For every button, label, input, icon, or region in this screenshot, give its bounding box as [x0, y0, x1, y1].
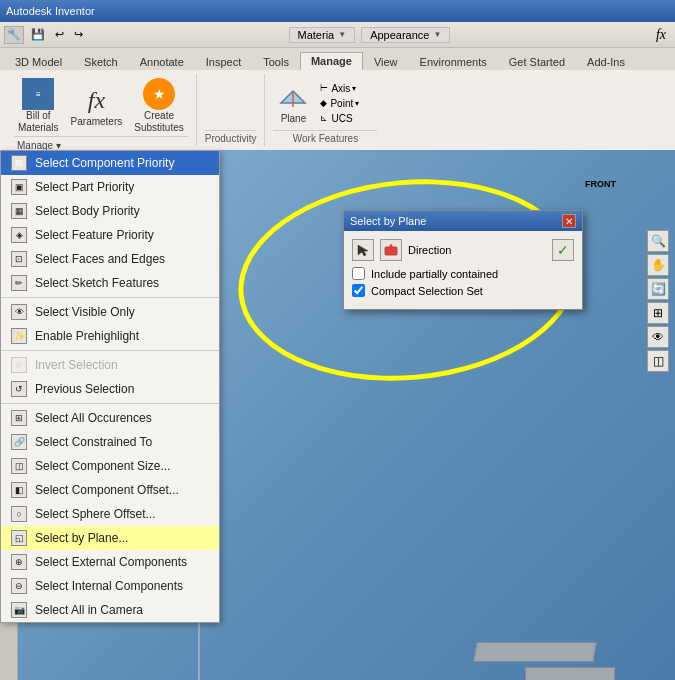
dialog-cursor-button[interactable]: [352, 239, 374, 261]
tab-manage[interactable]: Manage: [300, 52, 363, 70]
select-comp-size-icon: ◫: [9, 456, 29, 476]
select-by-plane-icon: ◱: [9, 528, 29, 548]
tab-inspect[interactable]: Inspect: [195, 53, 252, 70]
bom-label: Bill ofMaterials: [18, 110, 59, 134]
tab-environments[interactable]: Environments: [409, 53, 498, 70]
svg-marker-5: [389, 244, 393, 247]
select-body-icon: ▦: [9, 201, 29, 221]
axis-button[interactable]: ⊢ Axis ▾: [317, 82, 377, 95]
dialog-plane-button[interactable]: [380, 239, 402, 261]
qat-save[interactable]: 💾: [26, 26, 50, 43]
ucs-button[interactable]: ⊾ UCS: [317, 112, 377, 125]
menu-label-select-sphere: Select Sphere Offset...: [35, 507, 156, 521]
ribbon-content: ≡ Bill ofMaterials fx Parameters ★ Creat…: [0, 70, 675, 150]
viewcube[interactable]: FRONT: [585, 160, 645, 220]
menu-item-select-faces[interactable]: ⊡ Select Faces and Edges: [1, 247, 219, 271]
select-comp-offset-icon: ◧: [9, 480, 29, 500]
invert-icon: ⊝: [9, 355, 29, 375]
menu-label-select-all-camera: Select All in Camera: [35, 603, 143, 617]
menu-item-select-by-plane[interactable]: ◱ Select by Plane...: [1, 526, 219, 550]
ribbon-top: 🔧 💾 ↩ ↪ Materia ▼ Appearance ▼ fx: [0, 22, 675, 48]
fx-icon: fx: [80, 84, 112, 116]
fx-button[interactable]: fx: [651, 25, 671, 45]
tab-add-ins[interactable]: Add-Ins: [576, 53, 636, 70]
select-sketch-icon: ✏: [9, 273, 29, 293]
tab-tools[interactable]: Tools: [252, 53, 300, 70]
fit-button[interactable]: ⊞: [647, 302, 669, 324]
app-dropdown-label: Materia: [298, 29, 335, 41]
menu-item-previous-selection[interactable]: ↺ Previous Selection: [1, 377, 219, 401]
menu-item-select-sketch[interactable]: ✏ Select Sketch Features: [1, 271, 219, 295]
menu-label-select-internal: Select Internal Components: [35, 579, 183, 593]
divider-1: [1, 297, 219, 298]
menu-item-select-feature[interactable]: ◈ Select Feature Priority: [1, 223, 219, 247]
main-area: 3D R Co ⊞ Select Component Priority ▣ Se…: [0, 150, 675, 680]
plane-label: Plane: [281, 113, 307, 125]
title-bar: Autodesk Inventor: [0, 0, 675, 22]
include-partial-checkbox[interactable]: [352, 267, 365, 280]
dialog-confirm-button[interactable]: ✓: [552, 239, 574, 261]
menu-label-select-part: Select Part Priority: [35, 180, 134, 194]
ribbon-group-workfeatures: Plane ⊢ Axis ▾ ◆ Point ▾ ⊾ UCS: [265, 74, 385, 146]
app-name: Autodesk Inventor: [6, 5, 95, 17]
menu-item-select-body[interactable]: ▦ Select Body Priority: [1, 199, 219, 223]
parameters-button[interactable]: fx Parameters: [67, 82, 127, 130]
tab-annotate[interactable]: Annotate: [129, 53, 195, 70]
right-toolbar: 🔍 ✋ 🔄 ⊞ 👁 ◫: [647, 230, 669, 372]
create-sub-icon: ★: [143, 78, 175, 110]
menu-label-select-external: Select External Components: [35, 555, 187, 569]
compact-selection-checkbox[interactable]: [352, 284, 365, 297]
menu-item-select-constrained[interactable]: 🔗 Select Constrained To: [1, 430, 219, 454]
pan-button[interactable]: ✋: [647, 254, 669, 276]
create-sub-label: CreateSubstitutes: [134, 110, 183, 134]
menu-label-select-all-occ: Select All Occurences: [35, 411, 152, 425]
point-button[interactable]: ◆ Point ▾: [317, 97, 377, 110]
plane-icon: [277, 81, 309, 113]
menu-label-select-component-offset: Select Component Offset...: [35, 483, 179, 497]
view-button[interactable]: 👁: [647, 326, 669, 348]
menu-item-select-component-size[interactable]: ◫ Select Component Size...: [1, 454, 219, 478]
menu-label-select-component: Select Component Priority: [35, 156, 174, 170]
divider-3: [1, 403, 219, 404]
tab-sketch[interactable]: Sketch: [73, 53, 129, 70]
tab-view[interactable]: View: [363, 53, 409, 70]
menu-item-enable-prehighlight[interactable]: ✨ Enable Prehighlight: [1, 324, 219, 348]
ribbon-group-productivity: Productivity: [197, 74, 266, 146]
geo-shape-2: [525, 667, 615, 680]
menu-item-select-visible[interactable]: 👁 Select Visible Only: [1, 300, 219, 324]
menu-item-select-sphere-offset[interactable]: ○ Select Sphere Offset...: [1, 502, 219, 526]
plane-button[interactable]: Plane: [273, 79, 313, 127]
section-button[interactable]: ◫: [647, 350, 669, 372]
menu-item-select-component-offset[interactable]: ◧ Select Component Offset...: [1, 478, 219, 502]
select-internal-icon: ⊖: [9, 576, 29, 596]
dialog-close-button[interactable]: ✕: [562, 214, 576, 228]
ribbon-group-manage: ≡ Bill ofMaterials fx Parameters ★ Creat…: [6, 74, 197, 146]
divider-2: [1, 350, 219, 351]
qat-redo[interactable]: ↪: [69, 26, 88, 43]
tab-3dmodel[interactable]: 3D Model: [4, 53, 73, 70]
menu-item-select-external[interactable]: ⊕ Select External Components: [1, 550, 219, 574]
menu-item-select-all-occ[interactable]: ⊞ Select All Occurences: [1, 406, 219, 430]
qat-undo[interactable]: ↩: [50, 26, 69, 43]
menu-item-select-part[interactable]: ▣ Select Part Priority: [1, 175, 219, 199]
axis-point-ucs-group: ⊢ Axis ▾ ◆ Point ▾ ⊾ UCS: [317, 82, 377, 125]
bom-icon: ≡: [22, 78, 54, 110]
app-dropdown[interactable]: Materia ▼: [289, 27, 356, 43]
dialog-direction-label: Direction: [408, 244, 546, 256]
ribbon-tabs: 3D Model Sketch Annotate Inspect Tools M…: [0, 48, 675, 70]
rotate-button[interactable]: 🔄: [647, 278, 669, 300]
parameters-label: Parameters: [71, 116, 123, 128]
tab-get-started[interactable]: Get Started: [498, 53, 576, 70]
select-all-camera-icon: 📷: [9, 600, 29, 620]
menu-item-select-all-camera[interactable]: 📷 Select All in Camera: [1, 598, 219, 622]
bill-of-materials-button[interactable]: ≡ Bill ofMaterials: [14, 76, 63, 136]
svg-marker-2: [358, 245, 368, 256]
prehighlight-icon: ✨: [9, 326, 29, 346]
zoom-button[interactable]: 🔍: [647, 230, 669, 252]
menu-label-select-component-size: Select Component Size...: [35, 459, 170, 473]
menu-item-select-component-priority[interactable]: ⊞ Select Component Priority: [1, 151, 219, 175]
create-substitutes-button[interactable]: ★ CreateSubstitutes: [130, 76, 187, 136]
app-menu-button[interactable]: 🔧: [4, 26, 24, 44]
appearance-dropdown[interactable]: Appearance ▼: [361, 27, 450, 43]
menu-item-select-internal[interactable]: ⊖ Select Internal Components: [1, 574, 219, 598]
